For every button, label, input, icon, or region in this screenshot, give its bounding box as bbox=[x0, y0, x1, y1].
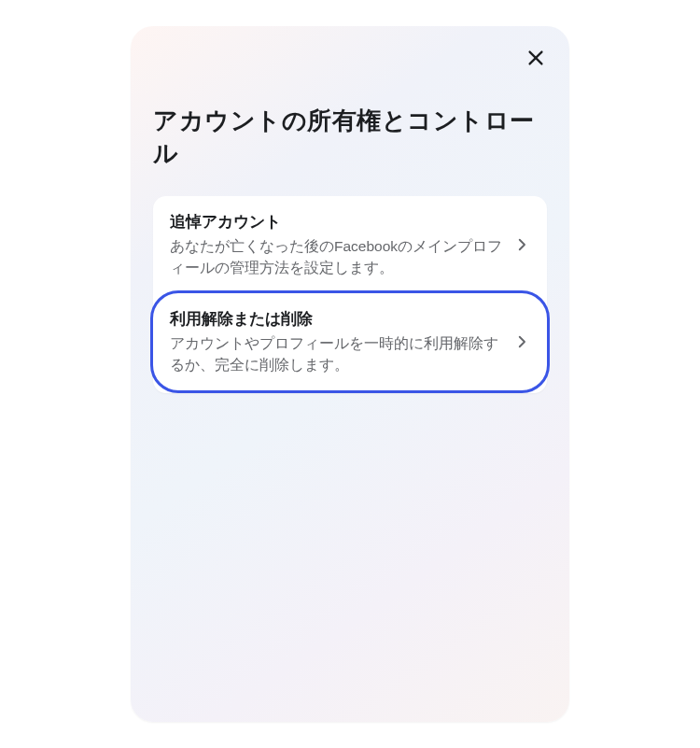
item-title: 利用解除または削除 bbox=[170, 308, 506, 330]
close-button[interactable] bbox=[521, 45, 551, 75]
deactivation-deletion-item[interactable]: 利用解除または削除 アカウントやプロフィールを一時的に利用解除するか、完全に削除… bbox=[150, 290, 550, 393]
item-description: あなたが亡くなった後のFacebookのメインプロフィールの管理方法を設定します… bbox=[170, 236, 506, 278]
item-text-group: 利用解除または削除 アカウントやプロフィールを一時的に利用解除するか、完全に削除… bbox=[170, 308, 513, 375]
item-description: アカウントやプロフィールを一時的に利用解除するか、完全に削除します。 bbox=[170, 333, 506, 375]
chevron-right-icon bbox=[513, 236, 530, 253]
settings-panel: アカウントの所有権とコントロール 追悼アカウント あなたが亡くなった後のFace… bbox=[131, 26, 569, 722]
item-title: 追悼アカウント bbox=[170, 211, 506, 233]
options-card: 追悼アカウント あなたが亡くなった後のFacebookのメインプロフィールの管理… bbox=[153, 196, 547, 393]
close-icon bbox=[525, 48, 546, 72]
chevron-right-icon bbox=[513, 333, 530, 350]
page-title: アカウントの所有権とコントロール bbox=[153, 105, 547, 170]
memorialization-item[interactable]: 追悼アカウント あなたが亡くなった後のFacebookのメインプロフィールの管理… bbox=[153, 196, 547, 293]
item-text-group: 追悼アカウント あなたが亡くなった後のFacebookのメインプロフィールの管理… bbox=[170, 211, 513, 278]
